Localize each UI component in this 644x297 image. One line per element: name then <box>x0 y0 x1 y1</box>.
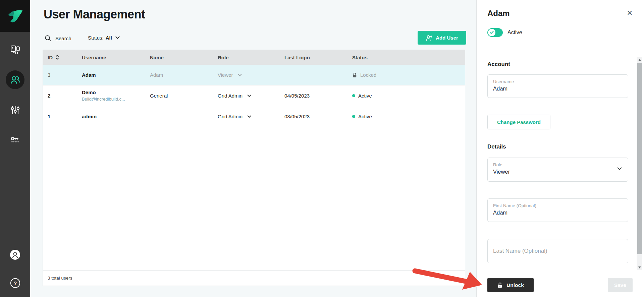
panel-title: Adam <box>487 9 510 18</box>
cell-id: 3 <box>43 72 77 78</box>
scroll-down-arrow[interactable] <box>637 264 642 270</box>
role-select[interactable]: Role Viewer <box>487 158 628 182</box>
key-icon <box>10 135 20 145</box>
column-header-username[interactable]: Username <box>77 55 145 60</box>
active-toggle[interactable] <box>487 28 503 37</box>
add-user-button[interactable]: Add User <box>418 31 466 45</box>
scroll-up-arrow[interactable] <box>637 57 642 63</box>
sidebar-item-license[interactable] <box>6 131 24 150</box>
svg-text:?: ? <box>13 280 16 286</box>
column-header-last-login[interactable]: Last Login <box>280 55 347 60</box>
cell-last-login: 04/05/2023 <box>280 93 347 99</box>
page-title: User Management <box>44 7 145 21</box>
unlock-icon <box>497 282 503 288</box>
add-user-label: Add User <box>436 35 458 41</box>
active-toggle-label: Active <box>507 29 522 36</box>
cell-username: Adam <box>77 72 145 78</box>
sidebar-item-agents[interactable] <box>6 40 24 59</box>
role-dropdown[interactable]: Viewer <box>213 72 280 78</box>
table-footer: 3 total users <box>43 270 465 286</box>
unlock-label: Unlock <box>506 282 524 288</box>
machines-icon <box>10 45 20 55</box>
search-placeholder: Search <box>55 36 71 41</box>
avatar-icon <box>9 249 21 260</box>
sidebar: ? <box>0 0 30 297</box>
role-dropdown[interactable]: Grid Admin <box>213 93 280 99</box>
unlock-button[interactable]: Unlock <box>487 278 534 292</box>
active-dot <box>352 115 355 118</box>
chevron-down-icon <box>247 115 251 118</box>
active-dot <box>352 94 355 97</box>
first-name-field[interactable]: First Name (Optional) Adam <box>487 198 628 222</box>
cell-status: Active <box>347 114 465 119</box>
account-heading: Account <box>487 61 510 68</box>
total-users-count: 3 total users <box>48 276 72 281</box>
chevron-down-icon <box>617 167 622 170</box>
column-header-status[interactable]: Status <box>347 55 465 60</box>
cell-name: Adam <box>145 72 213 78</box>
change-password-button[interactable]: Change Password <box>487 115 550 129</box>
cell-id: 1 <box>43 114 77 119</box>
column-header-id[interactable]: ID <box>43 55 77 60</box>
username-field[interactable]: Username Adam <box>487 74 628 98</box>
close-icon[interactable]: ✕ <box>627 9 633 16</box>
status-filter-label: Status: <box>88 35 104 41</box>
cell-name: General <box>145 93 213 99</box>
chevron-down-icon <box>238 74 242 76</box>
cell-status: Locked <box>347 72 465 78</box>
sliders-icon <box>10 105 20 115</box>
lock-icon <box>352 72 357 78</box>
chevron-down-icon <box>115 36 120 39</box>
search-input[interactable]: Search <box>45 35 71 42</box>
table-row[interactable]: 3 Adam Adam Viewer Locked <box>43 65 465 85</box>
sidebar-item-profile[interactable] <box>6 245 24 264</box>
column-header-role[interactable]: Role <box>213 55 280 60</box>
cell-username: admin <box>77 113 145 120</box>
app-logo[interactable] <box>0 0 30 32</box>
main-content: User Management Search Status: All Add U… <box>30 0 476 297</box>
sort-icon <box>55 55 59 60</box>
sidebar-item-help[interactable]: ? <box>6 274 24 292</box>
cell-username: Demo Build@incredibuild.c... <box>77 89 145 102</box>
panel-footer-divider <box>477 271 644 271</box>
save-button[interactable]: Save <box>608 278 633 292</box>
cell-status: Active <box>347 93 465 99</box>
cell-id: 2 <box>43 93 77 99</box>
status-filter-value: All <box>106 35 112 41</box>
toolbar: Search Status: All Add User <box>44 33 466 47</box>
details-heading: Details <box>487 143 506 150</box>
table-header: ID Username Name Role Last Login Status <box>43 50 465 65</box>
person-plus-icon <box>426 35 433 41</box>
last-name-field[interactable]: Last Name (Optional) <box>487 239 628 263</box>
table-row[interactable]: 2 Demo Build@incredibuild.c... General G… <box>43 85 465 106</box>
toggle-knob <box>488 29 495 36</box>
chevron-down-icon <box>247 95 251 97</box>
people-icon <box>10 75 20 85</box>
status-filter-dropdown[interactable]: Status: All <box>88 35 120 41</box>
sidebar-item-users[interactable] <box>6 70 24 89</box>
sidebar-item-settings[interactable] <box>6 101 24 119</box>
user-email: Build@incredibuild.c... <box>82 97 145 102</box>
column-header-name[interactable]: Name <box>145 55 213 60</box>
search-icon <box>45 35 51 42</box>
users-table: ID Username Name Role Last Login Status … <box>43 50 465 286</box>
check-icon <box>490 31 494 34</box>
scrollbar-thumb[interactable] <box>637 63 642 254</box>
incredibuild-logo-icon <box>6 7 24 25</box>
role-dropdown[interactable]: Grid Admin <box>213 114 280 119</box>
panel-scrollbar[interactable] <box>637 57 642 270</box>
help-icon: ? <box>10 278 21 289</box>
cell-last-login: 03/05/2023 <box>280 114 347 119</box>
user-detail-panel: Adam ✕ Active Account Username Adam Chan… <box>476 0 644 297</box>
table-row[interactable]: 1 admin Grid Admin 03/05/2023 Active <box>43 106 465 127</box>
